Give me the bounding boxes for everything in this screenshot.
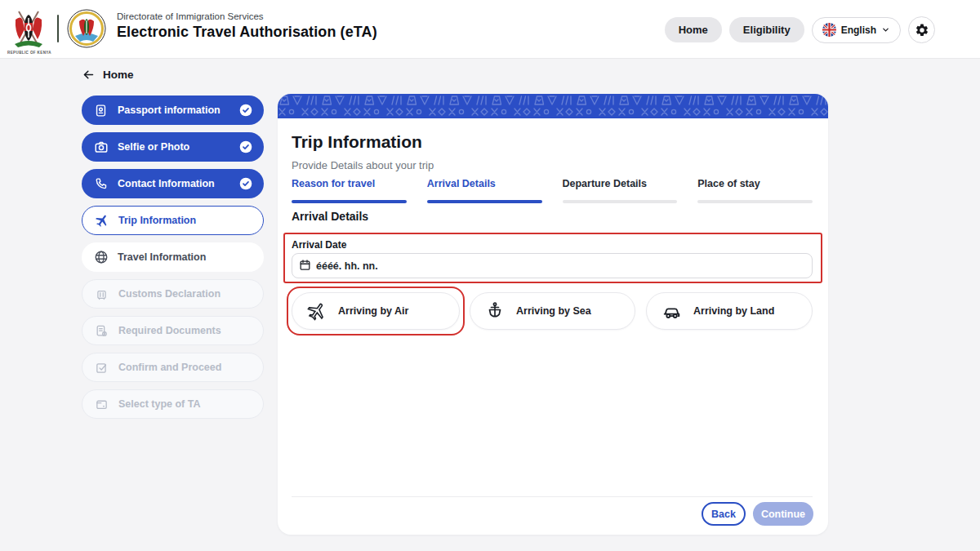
car-icon [662,301,682,322]
airplane-icon [307,301,327,321]
uk-flag-icon [822,23,836,37]
sidebar-item-required-documents: Required Documents [82,316,264,345]
check-circle-icon [239,177,252,190]
app-header: REPUBLIC OF KENYA Directorate of Immigra… [0,0,980,59]
check-square-icon [94,360,109,375]
trip-tabs: Reason for travel Arrival Details Depart… [292,178,813,203]
passport-icon [93,103,109,118]
immigration-services-logo [67,9,106,48]
home-button[interactable]: Home [665,17,722,42]
chevron-down-icon [881,25,890,34]
phone-icon [93,176,109,192]
arriving-by-land-option[interactable]: Arriving by Land [646,292,813,330]
gear-icon [915,23,929,38]
tab-label: Departure Details [563,178,678,189]
logo-divider [57,15,59,42]
page-title: Electronic Travel Authorisation (eTA) [117,24,377,41]
sidebar-item-select-type-of-ta: Select type of TA [82,389,264,419]
back-button[interactable]: Back [702,502,746,526]
sidebar-item-label: Confirm and Proceed [118,362,252,373]
sidebar-item-label: Trip Information [118,215,252,226]
tribal-pattern-banner [278,94,828,118]
sidebar-item-selfie-or-photo[interactable]: Selfie or Photo [82,132,264,162]
arriving-by-sea-option[interactable]: Arriving by Sea [470,292,635,330]
sidebar-item-confirm-and-proceed: Confirm and Proceed [82,353,264,382]
language-selector[interactable]: English [812,17,901,43]
tab-label: Place of stay [697,178,813,189]
arrival-details-heading: Arrival Details [292,210,368,223]
arrival-date-label: Arrival Date [292,239,346,251]
sidebar-item-label: Passport information [118,104,230,116]
sidebar-item-customs-declaration: Customs Declaration [82,279,264,309]
step-sidebar: Passport information Selfie or Photo Con… [82,96,264,419]
org-name: Directorate of Immigration Services [117,11,377,21]
mode-label: Arriving by Air [338,305,408,317]
settings-button[interactable] [908,16,935,43]
tab-indicator [292,200,407,203]
logo-caption: REPUBLIC OF KENYA [7,51,52,55]
kenya-coat-of-arms-logo [8,8,49,49]
arrow-left-icon [82,68,96,82]
sidebar-item-contact-information[interactable]: Contact Information [82,169,264,198]
arriving-by-air-option[interactable]: Arriving by Air [292,292,460,330]
mode-label: Arriving by Land [693,305,774,317]
check-circle-icon [239,140,252,153]
language-label: English [841,24,876,36]
sidebar-item-label: Contact Information [118,178,230,189]
tab-label: Reason for travel [292,178,407,189]
sidebar-item-travel-information[interactable]: Travel Information [82,242,264,272]
calendar-icon [299,259,311,271]
back-home-label: Home [103,69,134,81]
luggage-icon [94,287,109,302]
back-home-link[interactable]: Home [82,68,134,82]
camera-icon [93,140,109,155]
tab-label: Arrival Details [427,178,542,189]
tab-reason-for-travel[interactable]: Reason for travel [292,178,407,203]
tab-place-of-stay[interactable]: Place of stay [697,178,813,203]
tab-indicator [697,200,813,203]
arrival-date-input[interactable] [292,253,813,278]
sidebar-item-label: Selfie or Photo [118,141,230,153]
section-subtitle: Provide Details about your trip [292,159,434,171]
document-icon [94,323,109,339]
globe-icon [93,250,109,265]
wallet-icon [94,397,109,412]
tab-arrival-details[interactable]: Arrival Details [427,178,542,203]
sidebar-item-passport-information[interactable]: Passport information [82,96,264,125]
airplane-icon [94,213,109,229]
continue-button[interactable]: Continue [753,502,813,526]
sidebar-item-label: Required Documents [118,325,252,336]
eligibility-button[interactable]: Eligibility [729,17,804,42]
eta-application-page: REPUBLIC OF KENYA Directorate of Immigra… [0,0,980,551]
ship-icon [485,301,505,321]
sidebar-item-label: Select type of TA [118,398,252,410]
sidebar-item-label: Customs Declaration [118,288,252,300]
sidebar-item-label: Travel Information [118,251,252,263]
tab-indicator [427,200,542,203]
footer-divider [292,496,813,497]
section-heading: Trip Information [292,132,422,152]
trip-information-card: Trip Information Provide Details about y… [278,94,828,535]
mode-label: Arriving by Sea [516,305,591,317]
tab-indicator [563,200,678,203]
sidebar-item-trip-information[interactable]: Trip Information [82,206,264,235]
tab-departure-details[interactable]: Departure Details [563,178,678,203]
check-circle-icon [239,104,252,117]
